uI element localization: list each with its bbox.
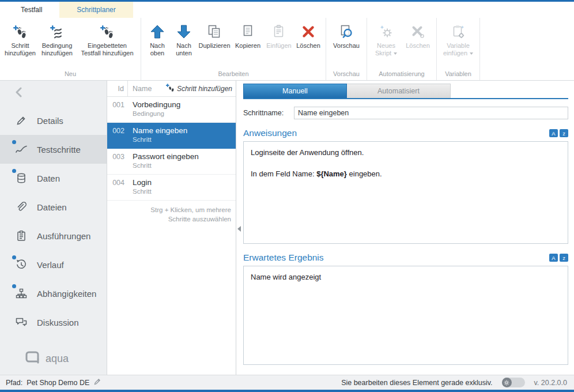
sidebar-item-label: Verlauf <box>37 260 64 270</box>
duplicate-icon <box>206 22 222 41</box>
sort-za-icon[interactable]: z <box>560 254 568 262</box>
preview-button[interactable]: Vorschau <box>330 21 363 51</box>
add-step-label: Schritt hinzufügen <box>4 42 36 57</box>
blank-line <box>251 159 561 169</box>
chat-bubbles-icon <box>15 316 28 328</box>
status-bar: Pfad: Pet Shop Demo DE Sie bearbeiten di… <box>0 375 574 390</box>
exclusive-lock-message: Sie bearbeiten dieses Element gerade exk… <box>341 379 492 387</box>
version-label: v. 20.2.0.0 <box>534 379 567 387</box>
sidebar-item-label: Testschritte <box>37 145 81 154</box>
move-down-icon <box>176 22 192 41</box>
add-step-link-label: Schritt hinzufügen <box>177 85 232 93</box>
new-script-icon <box>378 22 394 41</box>
path-label: Pfad: <box>6 379 22 387</box>
badge-dot <box>12 284 16 288</box>
paste-button: Einfügen <box>265 21 293 51</box>
add-embedded-testcase-label: Eingebetteten Testfall hinzufügen <box>78 42 137 57</box>
delete-button[interactable]: Löschen <box>294 21 322 51</box>
expected-result-title: Erwartetes Ergebnis <box>243 252 324 263</box>
move-up-label: Nach oben <box>145 42 169 57</box>
ribbon: Schritt hinzufügen Bedingung hinzufügen … <box>0 18 574 81</box>
sidebar-item-verlauf[interactable]: Verlauf <box>0 250 107 279</box>
add-condition-button[interactable]: Bedingung hinzufügen <box>38 21 76 58</box>
chevron-down-icon <box>470 52 473 55</box>
column-header-name: Name <box>128 85 152 93</box>
instructions-textarea[interactable]: Loginseite der Anwendung öffnen. In dem … <box>243 141 568 244</box>
preview-icon <box>338 22 354 41</box>
path-container: Pfad: Pet Shop Demo DE <box>6 378 101 387</box>
sort-za-icon[interactable]: z <box>560 129 568 137</box>
copy-label: Kopieren <box>235 42 260 50</box>
step-name: Passwort eingeben <box>133 152 199 161</box>
sidebar-item-ausfuehrungen[interactable]: Ausführungen <box>0 221 107 250</box>
sidebar-item-daten[interactable]: Daten <box>0 164 107 193</box>
step-row[interactable]: 003 Passwort eingeben Schritt <box>107 149 236 175</box>
ribbon-group-automatisierung: Neues Skript Löschen Automatisierung <box>367 18 437 80</box>
sidebar-item-label: Abhängigkeiten <box>37 289 96 299</box>
ribbon-group-bearbeiten: Nach oben Nach unten Duplizieren <box>141 18 326 80</box>
multi-select-hint: Strg + Klicken, um mehrere Schritte ausz… <box>107 201 236 224</box>
tab-automatisiert[interactable]: Automatisiert <box>347 84 451 98</box>
delete-icon <box>301 22 316 41</box>
move-down-button[interactable]: Nach unten <box>171 21 197 58</box>
aqua-logo: aqua <box>25 351 69 367</box>
gear-icon <box>502 378 512 387</box>
main-content: Details Testschritte Daten <box>0 81 574 375</box>
instructions-title: Anweisungen <box>243 128 297 138</box>
step-editor-panel: Manuell Automatisiert Schrittname: Anwei… <box>236 81 574 375</box>
tab-schrittplaner[interactable]: Schrittplaner <box>59 2 133 18</box>
tab-manuell[interactable]: Manuell <box>243 84 347 98</box>
add-step-button[interactable]: Schritt hinzufügen <box>3 21 37 58</box>
sort-az-icon[interactable]: A <box>549 254 558 262</box>
splitter-collapse-icon[interactable] <box>237 226 241 232</box>
add-step-link[interactable]: Schritt hinzufügen <box>165 83 236 94</box>
expected-result-textarea[interactable]: Name wird angezeigt <box>243 266 568 365</box>
bottom-accent-stripe <box>0 390 574 392</box>
pencil-icon <box>15 115 28 126</box>
sidebar-collapse-button[interactable] <box>0 81 107 106</box>
add-condition-icon <box>49 22 65 41</box>
app-window: Testfall Schrittplaner Schritt hinzufüge… <box>0 0 574 392</box>
step-row-selected[interactable]: 002 Name eingeben Schritt <box>107 123 236 149</box>
status-right-group: Sie bearbeiten dieses Element gerade exk… <box>341 378 568 387</box>
step-name-row: Schrittname: <box>243 107 568 119</box>
move-up-button[interactable]: Nach oben <box>145 21 170 58</box>
add-step-icon <box>12 22 28 41</box>
insert-variable-button: Variable einfügen <box>440 21 476 58</box>
sidebar-item-label: Diskussion <box>37 318 79 327</box>
add-embedded-testcase-icon <box>99 22 115 41</box>
tab-testfall[interactable]: Testfall <box>3 2 59 18</box>
history-icon <box>15 259 28 270</box>
sidebar: Details Testschritte Daten <box>0 81 107 375</box>
sidebar-item-label: Dateien <box>37 202 67 212</box>
add-embedded-testcase-button[interactable]: Eingebetteten Testfall hinzufügen <box>77 21 137 58</box>
step-name-input[interactable] <box>294 107 568 119</box>
expected-result-text: Name wird angezeigt <box>251 272 561 283</box>
sidebar-item-details[interactable]: Details <box>0 106 107 135</box>
ribbon-group-vorschau: Vorschau Vorschau <box>326 18 367 80</box>
sort-az-icon[interactable]: A <box>549 129 558 137</box>
settings-toggle[interactable] <box>502 378 525 387</box>
step-row[interactable]: 004 Login Schritt <box>107 175 236 201</box>
sidebar-item-dateien[interactable]: Dateien <box>0 193 107 221</box>
ribbon-group-label-neu: Neu <box>3 68 138 79</box>
edit-path-icon[interactable] <box>93 378 101 387</box>
badge-dot <box>12 255 16 259</box>
chevron-left-icon <box>15 87 22 100</box>
step-type: Schritt <box>133 162 199 169</box>
chevron-down-icon <box>394 52 397 55</box>
paperclip-icon <box>15 201 28 213</box>
automation-delete-label: Löschen <box>406 42 430 50</box>
copy-button[interactable]: Kopieren <box>232 21 263 51</box>
path-value[interactable]: Pet Shop Demo DE <box>27 379 89 387</box>
duplicate-button[interactable]: Duplizieren <box>198 21 231 51</box>
ribbon-filler <box>480 18 574 80</box>
sidebar-item-testschritte[interactable]: Testschritte <box>0 135 107 164</box>
sidebar-item-diskussion[interactable]: Diskussion <box>0 308 107 337</box>
sidebar-item-label: Ausführungen <box>37 231 90 241</box>
sidebar-item-abhaengigkeiten[interactable]: Abhängigkeiten <box>0 279 107 308</box>
sidebar-item-label: Details <box>37 116 63 126</box>
ribbon-group-label-variablen: Variablen <box>440 68 477 79</box>
step-row[interactable]: 001 Vorbedingung Bedingung <box>107 97 236 123</box>
hierarchy-icon <box>15 288 28 299</box>
